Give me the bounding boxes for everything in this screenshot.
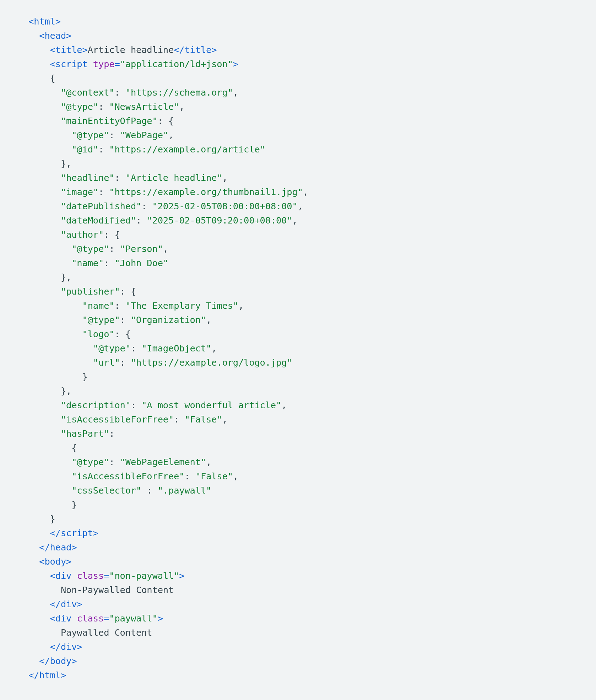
code-token-val: "https://schema.org": [125, 87, 233, 98]
code-token-val: "@id": [71, 144, 98, 155]
code-token-val: "Article headline": [125, 172, 222, 183]
code-token-plain: [28, 613, 50, 624]
code-token-val: "https://example.org/thumbnail1.jpg": [109, 187, 303, 197]
code-token-plain: [28, 570, 50, 581]
code-token-val: "https://example.org/article": [109, 144, 265, 155]
code-token-plain: :: [114, 172, 125, 183]
code-token-tag: </div>: [50, 641, 82, 652]
code-token-tag: <div: [50, 613, 77, 624]
code-snippet: <html> <head> <title>Article headline</t…: [0, 0, 596, 696]
code-token-plain: :: [120, 314, 131, 325]
code-token-tag: </body>: [39, 656, 77, 666]
code-token-val: "url": [93, 357, 120, 368]
code-token-plain: :: [109, 457, 120, 467]
code-token-val: "https://example.org/logo.jpg": [131, 357, 292, 368]
code-token-tag: </title>: [174, 44, 217, 55]
code-token-tag: </div>: [50, 599, 82, 609]
code-token-val: "@type": [93, 343, 131, 354]
code-token-plain: :: [120, 357, 131, 368]
code-token-val: "dateModified": [61, 215, 136, 226]
code-token-plain: [28, 30, 39, 41]
code-token-val: "2025-02-05T08:00:00+08:00": [152, 201, 298, 211]
code-token-val: "ImageObject": [141, 343, 211, 354]
code-token-plain: :: [98, 144, 109, 155]
code-token-tag: <div: [50, 570, 77, 581]
code-token-val: "image": [61, 187, 98, 197]
code-token-plain: :: [104, 258, 114, 268]
code-token-plain: :: [174, 414, 184, 425]
code-token-plain: :: [141, 201, 152, 211]
code-token-tag: >: [179, 570, 184, 581]
code-token-tag: <body>: [39, 556, 71, 567]
code-token-tag: </head>: [39, 542, 77, 553]
code-token-attr: class: [77, 613, 104, 624]
code-token-val: "datePublished": [61, 201, 141, 211]
code-token-val: "John Doe": [114, 258, 168, 268]
code-token-tag: =: [114, 59, 120, 69]
code-token-val: "isAccessibleForFree": [61, 414, 174, 425]
code-token-val: "2025-02-05T09:20:00+08:00": [147, 215, 292, 226]
code-token-val: "@type": [61, 101, 98, 112]
code-token-val: "False": [195, 471, 233, 481]
code-token-plain: [28, 656, 39, 666]
code-token-val: "@type": [71, 457, 109, 467]
code-token-tag: =: [104, 570, 109, 581]
code-token-val: "A most wonderful article": [141, 400, 281, 410]
code-token-val: "author": [61, 229, 104, 240]
code-token-val: "isAccessibleForFree": [71, 471, 184, 481]
code-token-tag: <html>: [28, 16, 61, 27]
code-token-val: "description": [61, 400, 131, 410]
code-token-val: "Organization": [131, 314, 206, 325]
code-token-val: "NewsArticle": [109, 101, 179, 112]
code-token-plain: [28, 44, 50, 55]
code-token-val: "Person": [120, 243, 163, 254]
code-token-val: "@type": [82, 314, 120, 325]
code-token-val: "WebPageElement": [120, 457, 206, 467]
code-token-val: ".paywall": [158, 485, 212, 496]
code-token-plain: :: [114, 87, 125, 98]
code-token-val: "False": [184, 414, 222, 425]
code-token-plain: :: [131, 400, 141, 410]
code-token-plain: :: [131, 343, 141, 354]
code-token-val: "WebPage": [120, 130, 168, 140]
code-token-val: "cssSelector": [71, 485, 141, 496]
code-token-tag: </script>: [50, 528, 98, 538]
code-token-val: "@type": [71, 130, 109, 140]
code-token-plain: :: [98, 101, 109, 112]
code-token-plain: [28, 59, 50, 69]
code-token-plain: :: [184, 471, 195, 481]
code-token-plain: :: [98, 187, 109, 197]
code-token-tag: >: [158, 613, 163, 624]
code-token-plain: {: [28, 73, 61, 98]
code-token-val: "The Exemplary Times": [125, 300, 238, 311]
code-token-plain: :: [141, 485, 157, 496]
code-token-val: "headline": [61, 172, 115, 183]
code-token-plain: :: [109, 243, 120, 254]
code-token-val: "application/ld+json": [120, 59, 233, 69]
code-token-tag: <script: [50, 59, 93, 69]
code-token-tag: >: [233, 59, 238, 69]
code-token-plain: Paywalled Content: [28, 627, 152, 652]
code-token-val: "paywall": [109, 613, 157, 624]
code-token-val: "@context": [61, 87, 115, 98]
code-token-tag: =: [104, 613, 109, 624]
code-token-tag: <title>: [50, 44, 88, 55]
code-token-plain: :: [114, 300, 125, 311]
code-token-plain: [28, 556, 39, 567]
code-token-val: "mainEntityOfPage": [61, 115, 158, 126]
code-token-val: "@type": [71, 243, 109, 254]
code-token-plain: [28, 542, 39, 553]
code-token-plain: :: [136, 215, 147, 226]
code-token-val: "non-paywall": [109, 570, 179, 581]
code-token-tag: </html>: [28, 670, 66, 680]
code-token-plain: Article headline: [88, 44, 174, 55]
code-token-attr: class: [77, 570, 104, 581]
code-token-plain: :: [109, 130, 120, 140]
code-token-attr: type: [93, 59, 115, 69]
code-token-val: "logo": [82, 329, 115, 339]
code-token-val: "hasPart": [61, 428, 109, 439]
code-token-val: "name": [82, 300, 115, 311]
code-token-tag: <head>: [39, 30, 71, 41]
code-token-val: "name": [71, 258, 104, 268]
code-token-val: "publisher": [61, 286, 120, 297]
